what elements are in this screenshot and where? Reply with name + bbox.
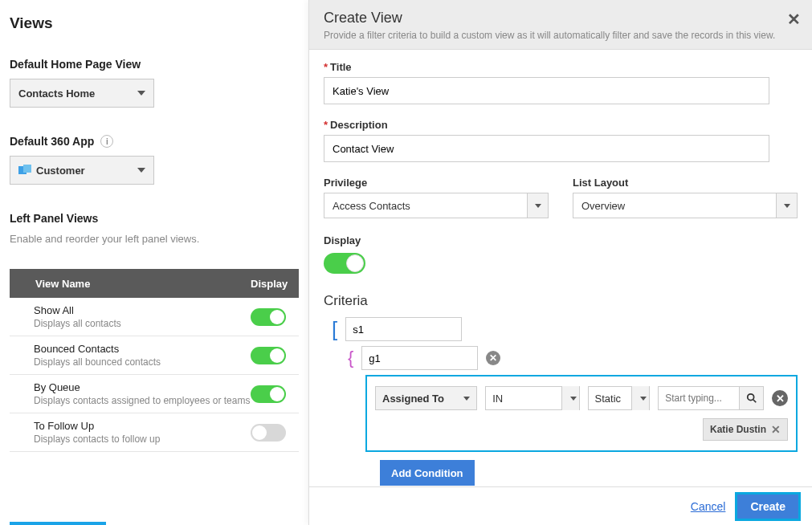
left-panel-views-heading: Left Panel Views [10, 212, 299, 225]
chip-remove-icon[interactable]: ✕ [771, 423, 781, 436]
svg-point-2 [747, 394, 753, 401]
default-360-select[interactable]: Customer [10, 156, 154, 185]
create-view-panel: Create View Provide a filter criteria to… [308, 0, 812, 525]
left-panel-views-sub: Enable and reorder your left panel views… [10, 233, 299, 245]
condition-type-value: Static [595, 393, 626, 405]
view-title: Show All [34, 304, 251, 316]
table-row: To Follow UpDisplays contacts to follow … [10, 413, 299, 452]
customer-icon [18, 165, 31, 176]
add-condition-button[interactable]: Add Condition [380, 460, 475, 486]
value-chip: Katie Dustin ✕ [703, 418, 788, 441]
view-desc: Displays all contacts [34, 318, 251, 329]
view-title: Bounced Contacts [34, 343, 251, 355]
chevron-down-icon [527, 193, 548, 218]
views-table-header: View Name Display [10, 269, 299, 298]
view-desc: Displays all bounced contacts [34, 356, 251, 368]
info-icon[interactable]: i [100, 135, 113, 148]
privilege-label: Privilege [324, 177, 549, 189]
view-display-toggle[interactable] [251, 424, 286, 442]
view-title: By Queue [34, 381, 251, 393]
criteria-s1-input[interactable] [345, 317, 462, 341]
condition-operator-select[interactable]: IN [485, 386, 579, 410]
list-layout-value: Overview [573, 193, 776, 218]
default-home-select[interactable]: Contacts Home [10, 79, 154, 108]
view-display-toggle[interactable] [251, 347, 286, 364]
view-desc: Displays contacts to follow up [34, 433, 251, 445]
title-input[interactable] [324, 77, 769, 104]
chevron-down-icon [463, 397, 470, 401]
chip-label: Katie Dustin [710, 424, 766, 435]
chevron-down-icon [776, 193, 797, 218]
default-home-heading: Default Home Page View [10, 58, 299, 71]
default-360-select-label: Customer [36, 165, 85, 177]
condition-field-value: Assigned To [382, 393, 444, 405]
condition-field-select[interactable]: Assigned To [375, 386, 477, 410]
svg-line-3 [753, 400, 756, 403]
title-label: *Title [324, 61, 798, 73]
chevron-down-icon [631, 386, 649, 410]
bracket-open-icon: [ [332, 319, 337, 340]
close-icon[interactable]: ✕ [787, 10, 801, 29]
chevron-down-icon [561, 386, 579, 410]
page-title: Views [10, 14, 299, 32]
condition-operator-value: IN [492, 393, 554, 405]
brace-open-icon: { [348, 349, 353, 367]
criteria-heading: Criteria [324, 293, 798, 309]
bottom-accent-bar [10, 522, 106, 525]
display-label: Display [324, 234, 798, 246]
view-title: To Follow Up [34, 420, 251, 432]
modal-title: Create View [324, 10, 798, 26]
remove-group-icon[interactable]: ✕ [486, 351, 500, 365]
search-icon[interactable] [739, 387, 763, 409]
condition-value-search[interactable] [658, 386, 764, 410]
table-row: By QueueDisplays contacts assigned to em… [10, 375, 299, 413]
view-display-toggle[interactable] [251, 308, 286, 326]
col-display: Display [251, 278, 299, 290]
condition-type-select[interactable]: Static [588, 386, 651, 410]
table-row: Show AllDisplays all contacts [10, 298, 299, 336]
default-360-heading: Default 360 App [10, 135, 94, 148]
chevron-down-icon [137, 168, 145, 173]
remove-condition-icon[interactable]: ✕ [772, 390, 788, 406]
privilege-value: Access Contacts [324, 193, 527, 218]
description-input[interactable] [324, 135, 769, 162]
cancel-button[interactable]: Cancel [691, 500, 726, 513]
list-layout-select[interactable]: Overview [573, 193, 798, 218]
create-button[interactable]: Create [735, 492, 801, 521]
svg-rect-1 [23, 165, 31, 173]
col-view-name: View Name [34, 278, 251, 290]
view-desc: Displays contacts assigned to employees … [34, 395, 251, 406]
view-display-toggle[interactable] [251, 385, 286, 403]
display-toggle[interactable] [324, 253, 365, 274]
description-label: *Description [324, 119, 798, 131]
modal-subtitle: Provide a filter criteria to build a cus… [324, 30, 798, 41]
condition-container: Assigned To IN Static [365, 375, 798, 452]
criteria-g1-input[interactable] [361, 346, 478, 370]
list-layout-label: List Layout [573, 177, 798, 189]
chevron-down-icon [137, 91, 145, 96]
condition-search-input[interactable] [659, 387, 739, 409]
privilege-select[interactable]: Access Contacts [324, 193, 549, 218]
default-home-select-label: Contacts Home [18, 88, 95, 100]
table-row: Bounced ContactsDisplays all bounced con… [10, 336, 299, 375]
